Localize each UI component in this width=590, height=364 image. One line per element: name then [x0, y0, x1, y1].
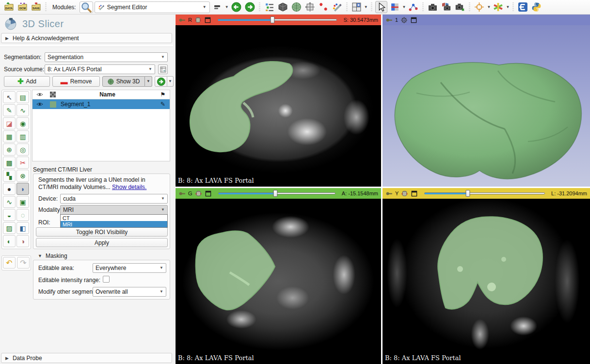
segment-name[interactable]: Segment_1 [59, 101, 156, 108]
modality-option-ct[interactable]: CT [61, 215, 167, 221]
effect-watershed-button[interactable]: ◑ [16, 235, 29, 247]
data-module-icon[interactable] [263, 1, 275, 13]
data-probe-bar[interactable]: ▶ Data Probe [1, 353, 172, 363]
effect-split-volume-button[interactable]: ◧ [16, 222, 29, 234]
dicom-icon[interactable]: DCM [16, 1, 29, 13]
slider-handle[interactable] [271, 16, 275, 23]
view-menu-icon[interactable] [194, 16, 202, 24]
scene-restore-button[interactable] [454, 1, 466, 13]
effect-fill-between-slices-button[interactable]: ▥ [16, 130, 29, 142]
scene-view-button[interactable] [440, 1, 452, 13]
effect-margin-button[interactable]: ⊕ [3, 143, 16, 156]
toggle-roi-visibility-button[interactable]: Toggle ROI Visibility [36, 227, 168, 237]
maximize-view-icon[interactable] [205, 190, 212, 197]
layout-selector-button[interactable] [351, 1, 363, 13]
effect-level-tracing-button[interactable]: ◉ [16, 117, 29, 129]
segment-row[interactable]: Segment_1 ✎ [32, 99, 170, 109]
place-markups-button[interactable] [407, 1, 419, 13]
yellow-slice-slider[interactable] [424, 190, 545, 197]
modality-combobox[interactable]: MRI▼ [60, 205, 168, 215]
module-forward-button[interactable] [244, 1, 256, 13]
segmentation-combobox[interactable]: Segmentation ▼ [45, 52, 168, 62]
intensity-range-checkbox[interactable] [103, 276, 110, 283]
effect-fast-marching-button[interactable]: ◒ [3, 209, 16, 221]
extensions-manager-button[interactable] [517, 1, 529, 13]
screenshot-button[interactable] [427, 1, 439, 13]
volume-rendering-icon[interactable] [277, 1, 289, 13]
effect-local-threshold-button[interactable]: ◐ [3, 235, 16, 247]
yellow-slice-canvas[interactable]: B: 8: Ax LAVA FS Portal [383, 199, 590, 364]
models-icon[interactable] [290, 1, 303, 13]
modality-option-mri[interactable]: MRI [61, 221, 167, 227]
green-slice-slider[interactable] [218, 190, 335, 197]
add-segment-button[interactable]: ✚Add [4, 76, 50, 87]
effect-smoothing-button[interactable]: ▩ [3, 157, 16, 169]
effect-threshold-button[interactable]: ▤ [16, 91, 29, 103]
redo-button[interactable]: ↷ [17, 257, 30, 269]
show-3d-dropdown[interactable]: ▼ [145, 76, 152, 87]
remove-segment-button[interactable]: ▬Remove [52, 76, 100, 87]
show-details-link[interactable]: Show details. [112, 184, 146, 190]
annotations-pencil-icon[interactable] [331, 1, 343, 13]
maximize-view-icon[interactable] [204, 16, 211, 24]
save-scene-icon[interactable]: SAVE [30, 1, 42, 13]
effect-logical-operators-button[interactable]: ⊗ [16, 170, 29, 182]
switch-dropdown[interactable]: ▼ [167, 76, 174, 87]
effect-hollow-button[interactable]: ◎ [16, 143, 29, 156]
transforms-icon[interactable] [304, 1, 316, 13]
slider-handle[interactable] [465, 190, 470, 197]
segment-status-icon[interactable]: ✎ [156, 101, 170, 108]
module-selector[interactable]: Segment Editor ▼ [95, 1, 210, 13]
python-console-button[interactable] [530, 1, 542, 13]
module-history-button[interactable] [211, 1, 223, 13]
apply-button[interactable]: Apply [36, 238, 168, 247]
help-acknowledgement-bar[interactable]: ▶ Help & Acknowledgement [1, 33, 172, 43]
maximize-view-icon[interactable] [410, 16, 417, 24]
red-slice-slider[interactable] [218, 16, 337, 24]
source-volume-geometry-button[interactable] [158, 64, 168, 74]
effect-engrave-button[interactable]: ▨ [3, 222, 16, 234]
undo-button[interactable]: ↶ [3, 257, 16, 269]
pin-icon[interactable] [178, 16, 186, 24]
slider-handle[interactable] [273, 190, 278, 197]
center-3d-view-icon[interactable] [400, 16, 408, 24]
effect-erase-button[interactable]: ◪ [3, 117, 16, 129]
source-volume-combobox[interactable]: 8: Ax LAVA FS Portal ▼ [45, 64, 155, 74]
effect-grow-from-seeds-button[interactable]: ▦ [3, 130, 16, 142]
red-slice-canvas[interactable]: B: 8: Ax LAVA FS Portal [175, 25, 381, 187]
segment-color-cell[interactable] [47, 101, 59, 108]
green-slice-canvas[interactable]: B: 8: Ax LAVA FS Portal [175, 199, 381, 364]
effect-paint-button[interactable]: ✎ [3, 104, 16, 116]
pin-icon[interactable] [178, 190, 186, 197]
pin-icon[interactable] [385, 190, 393, 197]
show-3d-button[interactable]: Show 3D [102, 76, 145, 87]
window-level-button[interactable] [389, 1, 401, 13]
pin-icon[interactable] [385, 16, 393, 24]
threed-canvas[interactable] [383, 25, 590, 187]
view-menu-icon[interactable] [195, 190, 202, 197]
masking-section-header[interactable]: ▼ Masking [38, 253, 67, 259]
mouse-pointer-button[interactable] [375, 1, 387, 13]
crosshair-button[interactable] [473, 1, 485, 13]
effect-segment-ct-mri-liver-button[interactable]: ◗ [16, 183, 29, 195]
effect-none-button[interactable]: ↖ [3, 91, 16, 103]
effect-scissors-button[interactable]: ✂ [16, 157, 29, 169]
markups-icon[interactable] [318, 1, 330, 13]
maximize-view-icon[interactable] [411, 190, 418, 197]
effect-surface-cut-button[interactable]: ∿ [3, 196, 16, 208]
module-search-button[interactable] [80, 1, 93, 13]
effect-islands-button[interactable]: ▚ [3, 170, 16, 182]
modify-segments-combobox[interactable]: Overwrite all▼ [93, 287, 166, 297]
effect-mask-volume-button[interactable]: ● [3, 183, 16, 195]
module-back-button[interactable] [230, 1, 242, 13]
switch-to-segmentations-button[interactable] [155, 76, 167, 87]
editable-area-combobox[interactable]: Everywhere▼ [93, 263, 166, 273]
segment-visibility-eye-icon[interactable] [32, 101, 47, 107]
view-menu-icon[interactable] [401, 190, 408, 197]
device-combobox[interactable]: cuda▼ [60, 194, 168, 204]
slice-intersections-button[interactable] [492, 1, 504, 13]
effect-draw-button[interactable]: ∿ [16, 104, 29, 116]
effect-draw-tube-button[interactable]: ▣ [16, 196, 29, 208]
effect-flood-filling-button[interactable]: ◌ [16, 209, 29, 221]
load-data-icon[interactable]: DATA [3, 1, 15, 13]
